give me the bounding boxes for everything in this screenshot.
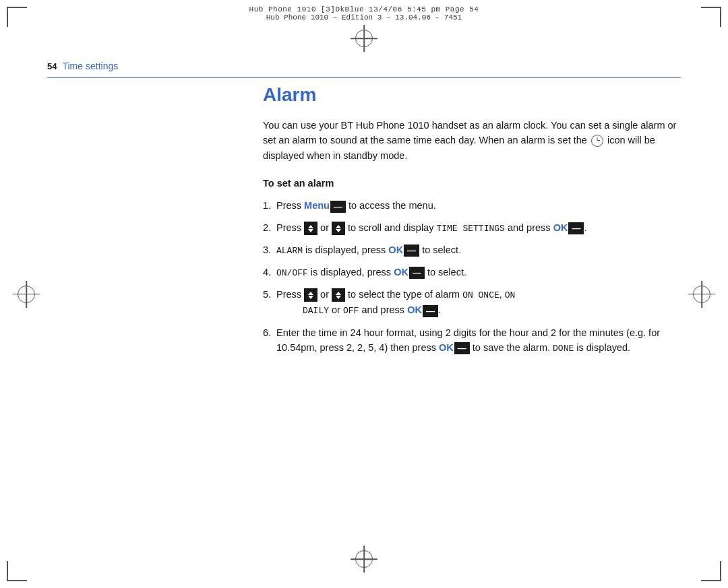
arrow-down-icon <box>308 229 313 232</box>
arrow-up-icon <box>308 225 313 228</box>
ok-label-5: OK <box>407 304 422 315</box>
display-time-settings: TIME SETTINGS <box>436 224 504 234</box>
page-title: Time settings <box>62 61 118 71</box>
display-alarm: ALARM <box>276 246 303 256</box>
reg-mark-tl <box>7 7 27 27</box>
arrow-up-btn <box>304 222 317 235</box>
arrow-up-icon-5 <box>308 292 313 295</box>
header-bar: Hub Phone 1010 [3]DkBlue 13/4/06 5:45 pm… <box>34 5 694 22</box>
ok-dash-5: — <box>423 305 438 317</box>
arrow-up-btn-5 <box>304 288 317 302</box>
ok-dash-2: — <box>568 222 584 234</box>
section-divider <box>47 77 681 78</box>
display-on-once: ON ONCE <box>462 290 499 300</box>
reg-mark-br <box>701 561 721 581</box>
step-6: 6. Enter the time in 24 hour format, usi… <box>263 325 681 356</box>
display-onoff: ON/OFF <box>276 268 308 278</box>
arrow-up-icon-5b <box>336 292 341 295</box>
ok-label-3: OK <box>388 244 403 255</box>
crosshair-left <box>18 286 35 303</box>
reg-mark-tr <box>701 7 721 27</box>
arrow-down-icon2 <box>336 229 341 232</box>
step-5: 5. Press or to select the type of alarm … <box>263 287 681 318</box>
step-2-num: 2. <box>263 220 271 235</box>
step-3-num: 3. <box>263 242 271 257</box>
arrow-down-btn <box>332 222 345 235</box>
subsection-title: To set an alarm <box>263 178 681 189</box>
ok-dash-6: — <box>454 342 470 354</box>
ok-dash-4: — <box>409 267 425 279</box>
crosshair-right <box>693 286 710 303</box>
crosshair-bottom <box>355 550 373 568</box>
step-1-num: 1. <box>263 198 271 213</box>
step-5-num: 5. <box>263 287 271 302</box>
ok-label-4: OK <box>394 267 408 277</box>
header-line2: Hub Phone 1010 – Edition 3 – 13.04.06 – … <box>34 13 694 22</box>
steps-list: 1. Press Menu— to access the menu. 2. Pr… <box>263 198 681 356</box>
header-line1: Hub Phone 1010 [3]DkBlue 13/4/06 5:45 pm… <box>34 5 694 13</box>
page-number: 54 <box>47 61 57 71</box>
step-4-num: 4. <box>263 265 271 280</box>
menu-dash-btn: — <box>330 201 346 213</box>
display-done: DONE <box>553 344 574 354</box>
step-2: 2. Press or to scroll and display TIME S… <box>263 220 681 236</box>
ok-label-6: OK <box>439 342 454 353</box>
ok-dash-3: — <box>404 244 419 257</box>
arrow-up-icon2 <box>336 225 341 228</box>
step-3: 3. ALARM is displayed, press OK— to sele… <box>263 242 681 258</box>
intro-paragraph: You can use your BT Hub Phone 1010 hands… <box>263 118 681 163</box>
step-4: 4. ON/OFF is displayed, press OK— to sel… <box>263 265 681 280</box>
crosshair-top <box>355 30 373 47</box>
step-6-num: 6. <box>263 325 271 340</box>
arrow-down-icon-5b <box>336 296 341 299</box>
section-heading: Alarm <box>263 84 681 106</box>
step-1: 1. Press Menu— to access the menu. <box>263 198 681 213</box>
main-content: Alarm You can use your BT Hub Phone 1010… <box>263 84 681 548</box>
reg-mark-bl <box>7 561 27 581</box>
alarm-clock-icon <box>591 135 603 147</box>
menu-button-label: Menu <box>304 200 330 211</box>
page-header: 54 Time settings <box>47 61 118 71</box>
arrow-down-btn-5 <box>332 288 345 302</box>
display-off: OFF <box>343 306 359 316</box>
ok-label-2: OK <box>553 222 568 233</box>
arrow-down-icon-5 <box>308 296 313 299</box>
